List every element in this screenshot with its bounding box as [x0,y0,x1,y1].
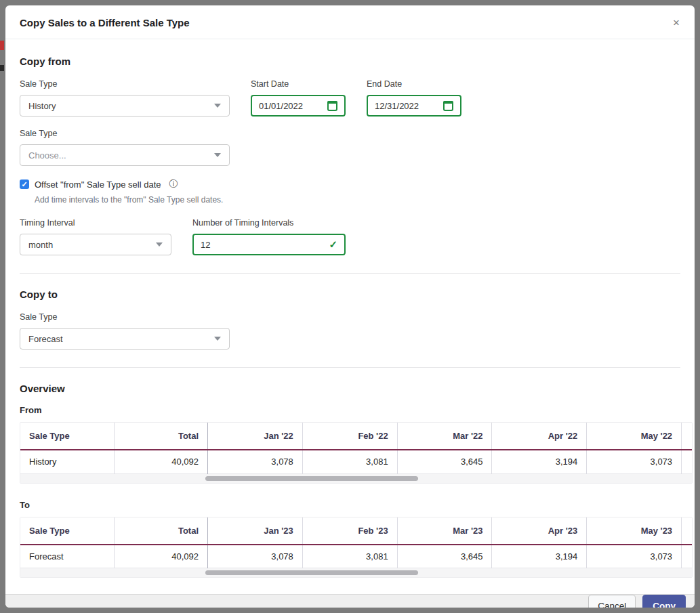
timing-interval-select[interactable]: month [20,234,171,255]
start-date-group: Start Date 01/01/2022 [251,79,346,117]
table-cell: 3,194 [492,450,587,473]
end-date-label: End Date [367,79,461,89]
start-date-value: 01/01/2022 [259,101,303,111]
table-cell: 3,194 [492,545,587,568]
copy-from-row-1: Sale Type History Start Date 01/01/2022 … [20,79,680,117]
scrollbar-thumb[interactable] [205,570,418,575]
copy-to-heading: Copy to [20,289,680,300]
table-cell: 3,645 [397,545,492,568]
end-date-group: End Date 12/31/2022 [367,79,461,117]
table-row: Forecast40,0923,0783,0813,6453,1943,073 [20,545,693,568]
offset-checkbox-row: ✓ Offset "from" Sale Type sell date ⓘ [20,178,680,190]
sale-type-to-group: Sale Type Forecast [20,312,230,350]
modal-body: Copy from Sale Type History Start Date 0… [5,39,695,594]
table-cell: Forecast [20,545,115,568]
end-date-value: 12/31/2022 [375,101,419,111]
chevron-down-icon [156,242,163,247]
info-icon[interactable]: ⓘ [169,178,178,190]
backdrop-page-fragment-dark [0,65,4,71]
start-date-label: Start Date [251,79,346,89]
table-header-cell: Apr '23 [492,517,587,545]
table-header-cell: Sale Type [20,517,115,545]
table-cell [682,545,693,568]
sale-type-from-label: Sale Type [20,79,230,89]
timing-interval-label: Timing Interval [20,218,171,228]
sale-type-to-label: Sale Type [20,312,230,322]
copy-sales-modal: Copy Sales to a Different Sale Type × Co… [5,5,695,608]
cancel-button[interactable]: Cancel [588,595,636,608]
calendar-icon[interactable] [327,101,337,111]
modal-title: Copy Sales to a Different Sale Type [20,17,190,28]
to-table: Sale TypeTotalJan '23Feb '23Mar '23Apr '… [20,517,693,578]
section-divider [20,367,680,368]
backdrop-page-fragment-red [0,41,4,50]
table-header-cell: Feb '22 [302,423,397,450]
table-cell: 3,081 [302,450,397,473]
horizontal-scrollbar [20,568,692,577]
chevron-down-icon [214,104,221,108]
table-header-cell: Total [115,423,208,450]
scrollbar-thumb[interactable] [205,476,418,481]
sale-type-to-value: Forecast [28,334,63,344]
offset-checkbox-label: Offset "from" Sale Type sell date [35,179,161,190]
table-cell: History [20,450,115,473]
sale-type-from2-select[interactable]: Choose... [20,144,230,166]
table-row: History40,0923,0783,0813,6453,1943,073 [20,450,693,473]
table-cell: 40,092 [115,545,208,568]
sale-type-from2-label: Sale Type [20,129,230,138]
table-cell: 3,073 [587,545,682,568]
checkmark-icon: ✓ [21,181,27,188]
num-intervals-group: Number of Timing Intervals 12 ✓ [192,218,346,255]
from-table: Sale TypeTotalJan '22Feb '22Mar '22Apr '… [20,422,693,484]
copy-from-heading: Copy from [20,56,680,67]
table-header-cell: Mar '23 [397,517,492,545]
modal-footer: Cancel Copy [5,594,695,608]
overview-heading: Overview [20,383,680,394]
sale-type-from-select[interactable]: History [20,95,230,117]
chevron-down-icon [214,337,221,341]
table-header-cell [682,423,693,450]
timing-interval-value: month [28,240,53,250]
num-intervals-input[interactable]: 12 ✓ [192,234,346,255]
sale-type-from2-placeholder: Choose... [28,150,66,161]
end-date-input[interactable]: 12/31/2022 [367,95,461,117]
sale-type-from-value: History [28,101,56,111]
table-header-cell: May '23 [587,517,682,545]
sale-type-from2-group: Sale Type Choose... [20,129,230,166]
table-header-cell: Jan '23 [208,517,303,545]
table-header-cell [682,517,693,545]
table-cell: 3,078 [208,450,303,473]
modal-header: Copy Sales to a Different Sale Type × [5,5,695,39]
offset-checkbox[interactable]: ✓ [20,179,29,189]
offset-help-text: Add time intervals to the "from" Sale Ty… [35,195,680,205]
calendar-icon[interactable] [443,101,453,111]
timing-row: Timing Interval month Number of Timing I… [20,218,680,255]
valid-check-icon: ✓ [329,238,337,251]
table-cell: 3,078 [208,545,303,568]
table-cell: 40,092 [115,450,208,473]
table-header-cell: Feb '23 [302,517,397,545]
copy-from-row-2: Sale Type Choose... [20,129,680,166]
num-intervals-value: 12 [201,240,210,250]
table-header-cell: May '22 [587,423,682,450]
copy-to-row: Sale Type Forecast [20,312,680,350]
table-cell [682,450,693,473]
timing-interval-group: Timing Interval month [20,218,171,255]
sale-type-from-group: Sale Type History [20,79,230,117]
num-intervals-label: Number of Timing Intervals [192,218,346,228]
sale-type-to-select[interactable]: Forecast [20,328,230,350]
to-table-label: To [20,500,680,510]
chevron-down-icon [214,153,221,157]
table-cell: 3,073 [587,450,682,473]
table-header-cell: Sale Type [20,423,115,450]
table-header-cell: Total [115,517,208,545]
close-icon[interactable]: × [673,17,680,28]
table-cell: 3,081 [302,545,397,568]
table-header-cell: Jan '22 [208,423,303,450]
copy-button[interactable]: Copy [642,595,686,608]
horizontal-scrollbar [20,474,692,483]
section-divider [20,273,680,274]
start-date-input[interactable]: 01/01/2022 [251,95,346,117]
table-cell: 3,645 [397,450,492,473]
table-header-cell: Mar '22 [397,423,492,450]
